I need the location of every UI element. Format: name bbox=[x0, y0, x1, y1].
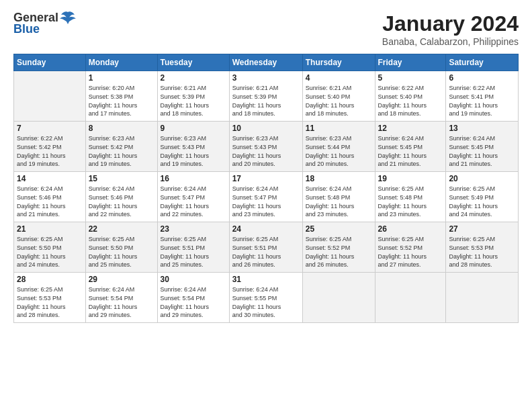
calendar-cell: 14Sunrise: 6:24 AM Sunset: 5:46 PM Dayli… bbox=[14, 172, 86, 222]
calendar-cell: 13Sunrise: 6:24 AM Sunset: 5:45 PM Dayli… bbox=[446, 122, 519, 172]
calendar-cell: 27Sunrise: 6:25 AM Sunset: 5:53 PM Dayli… bbox=[446, 222, 519, 273]
main-title: January 2024 bbox=[382, 11, 519, 36]
calendar-cell: 17Sunrise: 6:24 AM Sunset: 5:47 PM Dayli… bbox=[229, 172, 302, 222]
day-number: 2 bbox=[161, 73, 226, 83]
subtitle: Banaba, Calabarzon, Philippines bbox=[382, 36, 519, 47]
calendar-cell: 30Sunrise: 6:24 AM Sunset: 5:54 PM Dayli… bbox=[157, 273, 229, 323]
day-number: 1 bbox=[89, 73, 154, 83]
day-number: 4 bbox=[306, 73, 372, 83]
day-info: Sunrise: 6:25 AM Sunset: 5:51 PM Dayligh… bbox=[161, 235, 226, 269]
day-number: 19 bbox=[378, 174, 443, 183]
day-number: 11 bbox=[306, 124, 372, 133]
day-info: Sunrise: 6:25 AM Sunset: 5:53 PM Dayligh… bbox=[17, 285, 83, 319]
day-info: Sunrise: 6:23 AM Sunset: 5:43 PM Dayligh… bbox=[232, 134, 300, 168]
day-number: 6 bbox=[449, 73, 515, 83]
calendar-cell bbox=[446, 273, 519, 323]
day-info: Sunrise: 6:21 AM Sunset: 5:39 PM Dayligh… bbox=[161, 84, 226, 118]
day-number: 29 bbox=[89, 275, 154, 284]
day-info: Sunrise: 6:24 AM Sunset: 5:55 PM Dayligh… bbox=[232, 285, 300, 319]
page: General Blue January 2024 Banaba, Calaba… bbox=[0, 0, 532, 411]
day-info: Sunrise: 6:24 AM Sunset: 5:47 PM Dayligh… bbox=[161, 185, 226, 218]
day-info: Sunrise: 6:22 AM Sunset: 5:40 PM Dayligh… bbox=[378, 84, 443, 118]
calendar-cell: 25Sunrise: 6:25 AM Sunset: 5:52 PM Dayli… bbox=[302, 222, 375, 273]
calendar-cell: 18Sunrise: 6:24 AM Sunset: 5:48 PM Dayli… bbox=[302, 172, 375, 222]
calendar-cell: 19Sunrise: 6:25 AM Sunset: 5:48 PM Dayli… bbox=[375, 172, 446, 222]
day-info: Sunrise: 6:25 AM Sunset: 5:49 PM Dayligh… bbox=[449, 185, 515, 218]
day-info: Sunrise: 6:20 AM Sunset: 5:38 PM Dayligh… bbox=[89, 84, 154, 118]
calendar-cell: 26Sunrise: 6:25 AM Sunset: 5:52 PM Dayli… bbox=[375, 222, 446, 273]
day-of-week-header: Monday bbox=[85, 54, 157, 71]
calendar-cell bbox=[302, 273, 375, 323]
calendar-week-row: 14Sunrise: 6:24 AM Sunset: 5:46 PM Dayli… bbox=[14, 172, 519, 222]
day-of-week-header: Thursday bbox=[302, 54, 375, 71]
day-of-week-header: Friday bbox=[375, 54, 446, 71]
day-number: 21 bbox=[17, 224, 83, 234]
day-info: Sunrise: 6:24 AM Sunset: 5:45 PM Dayligh… bbox=[378, 134, 443, 168]
calendar-cell: 31Sunrise: 6:24 AM Sunset: 5:55 PM Dayli… bbox=[229, 273, 302, 323]
day-info: Sunrise: 6:25 AM Sunset: 5:48 PM Dayligh… bbox=[378, 185, 443, 218]
day-number: 18 bbox=[306, 174, 372, 183]
day-info: Sunrise: 6:24 AM Sunset: 5:45 PM Dayligh… bbox=[449, 134, 515, 168]
calendar-cell: 1Sunrise: 6:20 AM Sunset: 5:38 PM Daylig… bbox=[85, 71, 157, 122]
day-info: Sunrise: 6:24 AM Sunset: 5:54 PM Dayligh… bbox=[89, 285, 154, 319]
calendar-cell: 22Sunrise: 6:25 AM Sunset: 5:50 PM Dayli… bbox=[85, 222, 157, 273]
calendar-cell: 24Sunrise: 6:25 AM Sunset: 5:51 PM Dayli… bbox=[229, 222, 302, 273]
calendar-cell: 15Sunrise: 6:24 AM Sunset: 5:46 PM Dayli… bbox=[85, 172, 157, 222]
title-block: January 2024 Banaba, Calabarzon, Philipp… bbox=[382, 11, 519, 47]
calendar-cell: 8Sunrise: 6:23 AM Sunset: 5:42 PM Daylig… bbox=[85, 122, 157, 172]
day-info: Sunrise: 6:21 AM Sunset: 5:40 PM Dayligh… bbox=[306, 84, 372, 118]
day-of-week-header: Wednesday bbox=[229, 54, 302, 71]
calendar-cell: 28Sunrise: 6:25 AM Sunset: 5:53 PM Dayli… bbox=[14, 273, 86, 323]
day-info: Sunrise: 6:23 AM Sunset: 5:42 PM Dayligh… bbox=[89, 134, 154, 168]
day-of-week-header: Sunday bbox=[14, 54, 86, 71]
day-info: Sunrise: 6:25 AM Sunset: 5:50 PM Dayligh… bbox=[17, 235, 83, 269]
day-number: 12 bbox=[378, 124, 443, 133]
day-info: Sunrise: 6:25 AM Sunset: 5:53 PM Dayligh… bbox=[449, 235, 515, 269]
day-number: 15 bbox=[89, 174, 154, 183]
day-number: 24 bbox=[232, 224, 300, 234]
day-of-week-header: Saturday bbox=[446, 54, 519, 71]
day-number: 3 bbox=[232, 73, 300, 83]
day-info: Sunrise: 6:24 AM Sunset: 5:46 PM Dayligh… bbox=[17, 185, 83, 218]
logo-blue-text: Blue bbox=[13, 23, 40, 36]
day-number: 31 bbox=[232, 275, 300, 284]
day-info: Sunrise: 6:23 AM Sunset: 5:44 PM Dayligh… bbox=[306, 134, 372, 168]
calendar-table: SundayMondayTuesdayWednesdayThursdayFrid… bbox=[13, 54, 519, 323]
day-info: Sunrise: 6:24 AM Sunset: 5:54 PM Dayligh… bbox=[161, 285, 226, 319]
day-info: Sunrise: 6:23 AM Sunset: 5:43 PM Dayligh… bbox=[161, 134, 226, 168]
calendar-week-row: 21Sunrise: 6:25 AM Sunset: 5:50 PM Dayli… bbox=[14, 222, 519, 273]
day-info: Sunrise: 6:25 AM Sunset: 5:52 PM Dayligh… bbox=[378, 235, 443, 269]
day-info: Sunrise: 6:22 AM Sunset: 5:42 PM Dayligh… bbox=[17, 134, 83, 168]
day-info: Sunrise: 6:22 AM Sunset: 5:41 PM Dayligh… bbox=[449, 84, 515, 118]
day-number: 20 bbox=[449, 174, 515, 183]
calendar-cell: 29Sunrise: 6:24 AM Sunset: 5:54 PM Dayli… bbox=[85, 273, 157, 323]
header: General Blue January 2024 Banaba, Calaba… bbox=[13, 11, 519, 47]
day-info: Sunrise: 6:24 AM Sunset: 5:47 PM Dayligh… bbox=[232, 185, 300, 218]
day-number: 7 bbox=[17, 124, 83, 133]
day-info: Sunrise: 6:25 AM Sunset: 5:50 PM Dayligh… bbox=[89, 235, 154, 269]
calendar-cell bbox=[375, 273, 446, 323]
day-number: 17 bbox=[232, 174, 300, 183]
day-number: 25 bbox=[306, 224, 372, 234]
calendar-week-row: 28Sunrise: 6:25 AM Sunset: 5:53 PM Dayli… bbox=[14, 273, 519, 323]
day-number: 23 bbox=[161, 224, 226, 234]
day-of-week-header: Tuesday bbox=[157, 54, 229, 71]
calendar-cell: 12Sunrise: 6:24 AM Sunset: 5:45 PM Dayli… bbox=[375, 122, 446, 172]
day-info: Sunrise: 6:21 AM Sunset: 5:39 PM Dayligh… bbox=[232, 84, 300, 118]
day-info: Sunrise: 6:24 AM Sunset: 5:46 PM Dayligh… bbox=[89, 185, 154, 218]
day-number: 22 bbox=[89, 224, 154, 234]
calendar-cell: 7Sunrise: 6:22 AM Sunset: 5:42 PM Daylig… bbox=[14, 122, 86, 172]
calendar-cell: 4Sunrise: 6:21 AM Sunset: 5:40 PM Daylig… bbox=[302, 71, 375, 122]
day-number: 14 bbox=[17, 174, 83, 183]
calendar-cell: 11Sunrise: 6:23 AM Sunset: 5:44 PM Dayli… bbox=[302, 122, 375, 172]
calendar-cell: 23Sunrise: 6:25 AM Sunset: 5:51 PM Dayli… bbox=[157, 222, 229, 273]
day-number: 28 bbox=[17, 275, 83, 284]
calendar-cell: 9Sunrise: 6:23 AM Sunset: 5:43 PM Daylig… bbox=[157, 122, 229, 172]
calendar-cell: 6Sunrise: 6:22 AM Sunset: 5:41 PM Daylig… bbox=[446, 71, 519, 122]
day-number: 13 bbox=[449, 124, 515, 133]
calendar-week-row: 7Sunrise: 6:22 AM Sunset: 5:42 PM Daylig… bbox=[14, 122, 519, 172]
calendar-cell: 21Sunrise: 6:25 AM Sunset: 5:50 PM Dayli… bbox=[14, 222, 86, 273]
calendar-week-row: 1Sunrise: 6:20 AM Sunset: 5:38 PM Daylig… bbox=[14, 71, 519, 122]
day-number: 5 bbox=[378, 73, 443, 83]
day-number: 8 bbox=[89, 124, 154, 133]
